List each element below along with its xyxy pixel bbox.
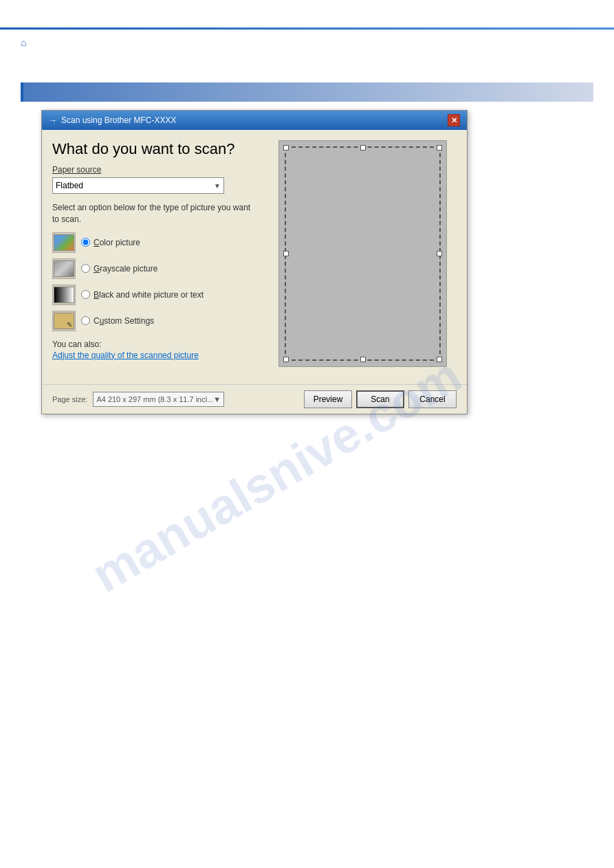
handle-top-right[interactable] [437,145,442,151]
page-size-label: Page size: [52,395,87,403]
grayscale-picture-icon [52,258,76,279]
scan-dialog: → Scan using Brother MFC-XXXX ✕ What do … [41,110,468,414]
paper-source-label: Paper source [52,165,259,175]
color-picture-radio[interactable] [81,238,90,247]
section-bar [21,82,593,102]
paper-source-value: Flatbed [56,181,83,190]
custom-label: Custom Settings [94,316,154,326]
handle-mid-left[interactable] [283,251,289,256]
bw-pic-thumbnail [54,287,74,303]
option-row-custom: Custom Settings [52,311,259,331]
color-picture-option[interactable]: Color picture [81,238,140,247]
gray-pic-thumbnail [54,260,74,277]
dialog-title-icon: → [49,115,57,125]
selection-border [285,146,441,361]
bw-radio[interactable] [81,290,90,299]
picture-type-description: Select an option below for the type of p… [52,202,259,225]
handle-mid-right[interactable] [437,251,442,256]
scan-button[interactable]: Scan [356,390,404,408]
page-size-dropdown[interactable]: A4 210 x 297 mm (8.3 x 11.7 incl... ▼ [93,392,224,407]
paper-source-dropdown[interactable]: Flatbed ▼ [52,177,224,194]
grayscale-radio[interactable] [81,264,90,273]
color-picture-icon [52,232,76,253]
color-picture-label: Color picture [94,238,140,247]
page-size-value: A4 210 x 297 mm (8.3 x 11.7 incl... [96,395,213,403]
you-can-also-label: You can also: [52,340,102,349]
custom-settings-option[interactable]: Custom Settings [81,316,154,326]
preview-button[interactable]: Preview [304,390,352,408]
paper-source-label-text: Paper source [52,165,101,175]
grayscale-label: Grayscale picture [94,264,157,274]
titlebar-left: → Scan using Brother MFC-XXXX [49,115,176,125]
custom-pic-thumbnail [54,313,74,329]
handle-top-mid[interactable] [360,145,366,151]
dialog-title: Scan using Brother MFC-XXXX [61,115,176,125]
handle-bottom-mid[interactable] [360,357,366,362]
bw-label: Black and white picture or text [94,290,204,300]
bw-picture-icon [52,285,76,305]
home-icon[interactable]: ⌂ [21,37,30,47]
dialog-right-panel [269,140,457,374]
handle-bottom-left[interactable] [283,357,289,362]
preview-area [278,140,447,367]
action-buttons: Preview Scan Cancel [304,390,457,408]
grayscale-picture-option[interactable]: Grayscale picture [81,264,157,274]
cancel-button[interactable]: Cancel [408,390,457,408]
dialog-heading: What do you want to scan? [52,140,259,158]
dialog-body: What do you want to scan? Paper source F… [42,130,467,384]
dialog-bottom-row: Page size: A4 210 x 297 mm (8.3 x 11.7 i… [42,384,467,414]
adjust-quality-link[interactable]: Adjust the quality of the scanned pictur… [52,350,259,360]
top-border [0,27,614,30]
page-size-arrow-icon: ▼ [213,395,221,403]
option-row-bw: Black and white picture or text [52,285,259,305]
custom-radio[interactable] [81,316,90,325]
close-button[interactable]: ✕ [448,114,460,126]
dropdown-arrow-icon: ▼ [214,182,221,190]
custom-settings-icon [52,311,76,331]
dialog-left-panel: What do you want to scan? Paper source F… [52,140,259,374]
dialog-titlebar: → Scan using Brother MFC-XXXX ✕ [42,111,467,130]
you-can-also-section: You can also: Adjust the quality of the … [52,340,259,360]
option-row-color: Color picture [52,232,259,253]
option-row-grayscale: Grayscale picture [52,258,259,279]
handle-bottom-right[interactable] [437,357,442,362]
handle-top-left[interactable] [283,145,289,151]
color-pic-thumbnail [54,234,74,251]
bw-picture-option[interactable]: Black and white picture or text [81,290,204,300]
